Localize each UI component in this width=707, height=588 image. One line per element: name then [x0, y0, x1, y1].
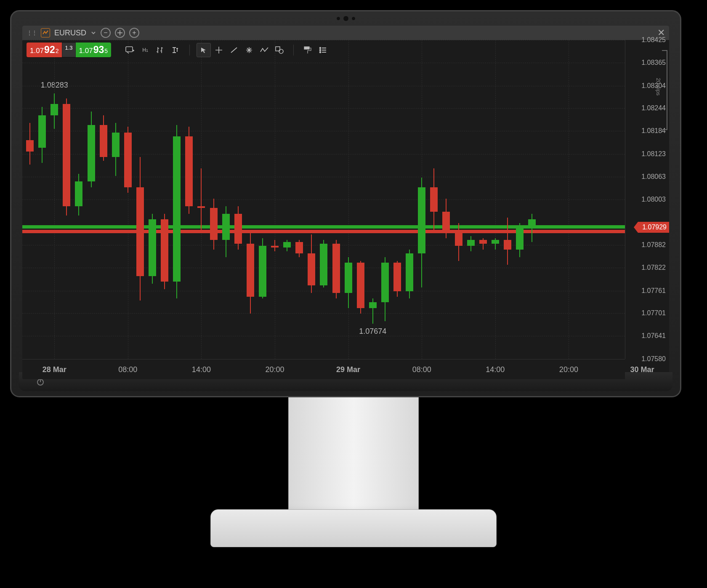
x-axis-tick: 08:00 — [412, 365, 431, 374]
symbol-name[interactable]: EURUSD — [54, 29, 86, 37]
bid-big: 92 — [44, 44, 55, 56]
format-paint-button[interactable] — [300, 43, 315, 57]
candle-body — [210, 208, 218, 240]
x-axis-tick: 28 Mar — [43, 365, 66, 374]
y-axis-tick: 1.07701 — [641, 309, 666, 317]
one-click-trade-panel: 1.07 92 2 1.3 1.07 93 5 — [27, 43, 111, 57]
svg-point-4 — [320, 47, 321, 48]
time-axis[interactable]: 27 Mar28 Mar08:0014:0020:0029 Mar08:0014… — [22, 359, 625, 379]
y-axis-tick: 1.08425 — [641, 36, 666, 44]
chart-type-button[interactable] — [153, 43, 167, 57]
candle-body — [320, 244, 327, 285]
x-axis-tick: 20:00 — [559, 365, 578, 374]
candle-body — [492, 240, 499, 244]
candle-body — [406, 253, 413, 291]
candle-body — [430, 187, 438, 212]
candle-body — [259, 246, 266, 297]
buy-ask-button[interactable]: 1.07 93 5 — [76, 43, 111, 57]
symbol-dropdown-icon[interactable] — [90, 30, 96, 36]
candle-body — [197, 206, 205, 208]
crosshair-toggle-button[interactable] — [115, 28, 125, 38]
candle-body — [247, 244, 254, 297]
y-axis-tick: 1.08244 — [641, 104, 666, 112]
chart-content: 1.07 92 2 1.3 1.07 93 5 — [22, 40, 669, 379]
drag-handle-icon[interactable]: ⋮⋮ — [27, 29, 37, 36]
candle-wick — [201, 168, 202, 231]
trendline-tool-button[interactable] — [227, 43, 241, 57]
candle-body — [124, 133, 132, 187]
candle-wick — [532, 214, 532, 242]
x-axis-tick: 14:00 — [192, 365, 211, 374]
monitor-camera — [336, 16, 356, 21]
star-marker-tool-button[interactable] — [242, 43, 256, 57]
pips-scale-label: 20 pips — [655, 78, 662, 96]
candle-body — [26, 140, 34, 152]
ask-small: 5 — [104, 48, 108, 54]
indicators-button[interactable] — [168, 43, 183, 57]
zoom-in-button[interactable]: + — [129, 28, 139, 38]
candle-body — [100, 125, 107, 157]
zoom-out-button[interactable]: − — [101, 28, 111, 38]
candle-body — [271, 246, 279, 247]
svg-rect-0 — [126, 47, 133, 52]
chart-logo-icon — [41, 28, 50, 37]
monitor-stand — [288, 397, 419, 524]
candle-body — [50, 104, 58, 115]
svg-point-5 — [320, 49, 321, 51]
candle-body — [38, 115, 46, 147]
x-axis-tick: 08:00 — [118, 365, 137, 374]
y-axis-tick: 1.08365 — [641, 59, 666, 67]
svg-point-2 — [279, 49, 283, 53]
low-price-label: 1.07674 — [359, 327, 386, 336]
candle-body — [393, 263, 401, 291]
object-list-button[interactable] — [316, 43, 330, 57]
y-axis-tick: 1.07641 — [641, 332, 666, 340]
sell-bid-button[interactable]: 1.07 92 2 — [27, 43, 62, 57]
current-price-flag: 1.07929 — [638, 222, 669, 233]
y-axis-tick: 1.07882 — [641, 241, 666, 249]
y-axis-tick: 1.08184 — [641, 127, 666, 135]
pointer-tool-button[interactable] — [197, 43, 211, 57]
tf-number: 1 — [146, 48, 148, 53]
price-axis[interactable]: 20 pips 1.084251.083651.083041.082441.08… — [625, 40, 669, 359]
chart-canvas[interactable]: 1.07 92 2 1.3 1.07 93 5 — [22, 40, 625, 359]
candle-body — [345, 263, 352, 293]
candle-body — [308, 253, 315, 285]
bid-price-line — [22, 230, 625, 233]
candle-body — [173, 136, 181, 282]
new-order-button[interactable] — [123, 43, 137, 57]
candle-body — [516, 227, 524, 250]
y-axis-tick: 1.08003 — [641, 196, 666, 203]
tf-letter: H — [142, 47, 146, 53]
x-axis-tick: 30 Mar — [630, 365, 654, 374]
candle-body — [455, 232, 462, 245]
candle-body — [88, 125, 95, 182]
y-axis-tick: 1.08063 — [641, 173, 666, 181]
y-axis-tick: 1.08304 — [641, 82, 666, 90]
candle-body — [467, 240, 475, 245]
candle-body — [161, 219, 168, 282]
candle-body — [112, 133, 120, 157]
app-window: ⋮⋮ EURUSD − + ✕ 1.07 — [22, 26, 669, 379]
candle-body — [332, 244, 340, 293]
candle-body — [418, 187, 425, 253]
ask-prefix: 1.07 — [79, 47, 93, 55]
candle-body — [149, 219, 156, 276]
spread-value: 1.3 — [62, 43, 75, 57]
timeframe-button[interactable]: H1 — [138, 43, 152, 57]
bid-small: 2 — [56, 48, 59, 54]
polyline-tool-button[interactable] — [257, 43, 271, 57]
candle-body — [75, 181, 82, 206]
x-axis-tick: 29 Mar — [336, 365, 360, 374]
bid-prefix: 1.07 — [30, 47, 44, 55]
pips-bracket-icon — [667, 50, 667, 130]
monitor-bezel: ⋮⋮ EURUSD − + ✕ 1.07 — [10, 10, 681, 397]
candle-body — [479, 240, 487, 244]
crosshair-tool-button[interactable] — [212, 43, 226, 57]
candle-body — [528, 219, 536, 227]
candle-body — [381, 263, 389, 302]
monitor-base — [210, 509, 497, 547]
candle-body — [234, 214, 242, 244]
shapes-tool-button[interactable] — [272, 43, 287, 57]
candle-body — [283, 242, 291, 247]
